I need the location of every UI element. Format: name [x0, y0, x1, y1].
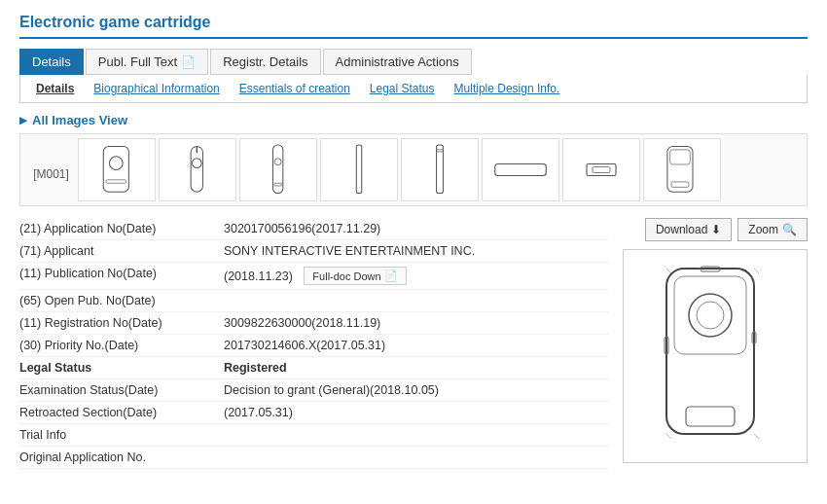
- subtab-details[interactable]: Details: [26, 79, 84, 98]
- subtab-multiple-design[interactable]: Multiple Design Info.: [445, 79, 570, 98]
- svg-line-29: [754, 434, 759, 439]
- value-reg-no: 3009822630000(2018.11.19): [224, 316, 609, 330]
- thumb-3[interactable]: [239, 138, 317, 201]
- label-app-no: (21) Application No(Date): [19, 222, 224, 235]
- svg-rect-14: [593, 167, 610, 173]
- tab-admin-actions[interactable]: Administrative Actions: [323, 49, 472, 75]
- subtab-legal-status[interactable]: Legal Status: [360, 79, 445, 98]
- action-buttons: Download ⬇ Zoom 🔍: [623, 218, 808, 241]
- pdf-icon: 📄: [181, 55, 196, 69]
- tab-details-label: Details: [32, 54, 71, 69]
- label-applicant: (71) Applicant: [19, 244, 224, 258]
- svg-rect-11: [437, 150, 444, 152]
- svg-rect-17: [671, 182, 689, 188]
- main-tabs: Details Publ. Full Text 📄 Registr. Detai…: [19, 49, 808, 75]
- thumb-7[interactable]: [562, 138, 640, 201]
- svg-rect-9: [356, 145, 362, 194]
- full-doc-button[interactable]: Full-doc Down 📄: [304, 267, 406, 285]
- label-legal-status: Legal Status: [19, 361, 224, 375]
- svg-rect-13: [587, 164, 616, 176]
- svg-rect-12: [495, 164, 547, 176]
- value-applicant: SONY INTERACTIVE ENTERTAINMENT INC.: [224, 244, 609, 258]
- tab-publ-full-text[interactable]: Publ. Full Text 📄: [86, 49, 208, 75]
- subtab-biographical[interactable]: Biographical Information: [84, 79, 229, 98]
- thumb-5[interactable]: [401, 138, 479, 201]
- svg-point-21: [697, 302, 724, 329]
- svg-rect-10: [437, 145, 444, 194]
- svg-point-7: [274, 159, 281, 165]
- label-original-app: Original Application No.: [19, 450, 224, 464]
- tab-publ-label: Publ. Full Text: [98, 54, 177, 69]
- info-row-applicant: (71) Applicant SONY INTERACTIVE ENTERTAI…: [19, 240, 609, 263]
- tab-registr-label: Registr. Details: [223, 54, 307, 69]
- content-area: (21) Application No(Date) 3020170056196(…: [19, 218, 808, 469]
- label-pub-no: (11) Publication No(Date): [19, 267, 224, 280]
- page-container: Electronic game cartridge Details Publ. …: [0, 0, 827, 483]
- svg-rect-16: [670, 150, 691, 164]
- svg-rect-3: [191, 146, 202, 192]
- info-row-priority: (30) Priority No.(Date) 201730214606.X(2…: [19, 335, 609, 357]
- info-row-exam-status: Examination Status(Date) Decision to gra…: [19, 379, 609, 402]
- label-priority: (30) Priority No.(Date): [19, 339, 224, 352]
- info-row-original-app: Original Application No.: [19, 447, 609, 469]
- value-legal-status: Registered: [224, 361, 609, 375]
- label-exam-status: Examination Status(Date): [19, 383, 224, 397]
- sub-tabs-bar: Details Biographical Information Essenti…: [19, 75, 808, 103]
- large-image: [623, 249, 808, 463]
- zoom-button[interactable]: Zoom 🔍: [737, 218, 808, 241]
- download-button[interactable]: Download ⬇: [645, 218, 732, 241]
- info-row-open-pub: (65) Open Pub. No(Date): [19, 290, 609, 312]
- thumb-6[interactable]: [482, 138, 559, 201]
- page-title: Electronic game cartridge: [19, 14, 808, 39]
- info-row-trial-info: Trial Info: [19, 424, 609, 447]
- svg-point-4: [193, 159, 202, 168]
- m001-label: [M001]: [24, 160, 78, 181]
- tab-registr-details[interactable]: Registr. Details: [210, 49, 320, 75]
- images-toggle[interactable]: ▶ All Images View: [19, 113, 808, 127]
- info-row-retroacted: Retroacted Section(Date) (2017.05.31): [19, 402, 609, 424]
- svg-point-1: [109, 157, 123, 170]
- thumb-4[interactable]: [320, 138, 398, 201]
- info-table: (21) Application No(Date) 3020170056196(…: [19, 218, 609, 469]
- label-reg-no: (11) Registration No(Date): [19, 316, 224, 330]
- svg-line-26: [666, 269, 671, 273]
- svg-rect-2: [106, 180, 126, 183]
- images-section: ▶ All Images View [M001]: [19, 113, 808, 206]
- label-retroacted: Retroacted Section(Date): [19, 406, 224, 419]
- thumb-2[interactable]: [159, 138, 236, 201]
- images-toggle-label: All Images View: [32, 113, 127, 127]
- tab-details[interactable]: Details: [19, 49, 84, 75]
- svg-point-20: [689, 294, 732, 337]
- full-doc-label: Full-doc Down: [312, 270, 380, 282]
- zoom-icon: 🔍: [782, 223, 797, 236]
- info-row-app-no: (21) Application No(Date) 3020170056196(…: [19, 218, 609, 240]
- zoom-label: Zoom: [748, 223, 778, 236]
- subtab-essentials[interactable]: Essentials of creation: [230, 79, 360, 98]
- thumb-8[interactable]: [643, 138, 721, 201]
- svg-rect-0: [103, 146, 128, 192]
- download-label: Download: [656, 223, 707, 236]
- full-doc-pdf-icon: 📄: [384, 270, 398, 282]
- thumb-1[interactable]: [78, 138, 156, 201]
- info-row-legal-status: Legal Status Registered: [19, 357, 609, 379]
- value-exam-status: Decision to grant (General)(2018.10.05): [224, 383, 609, 397]
- right-panel: Download ⬇ Zoom 🔍: [623, 218, 808, 469]
- thumbnails-strip: [78, 138, 721, 201]
- svg-rect-22: [686, 407, 735, 426]
- value-priority: 201730214606.X(2017.05.31): [224, 339, 609, 352]
- info-row-pub-no: (11) Publication No(Date) (2018.11.23) F…: [19, 263, 609, 290]
- svg-rect-19: [674, 276, 746, 354]
- value-app-no: 3020170056196(2017.11.29): [224, 222, 609, 235]
- svg-rect-8: [274, 183, 282, 186]
- info-row-reg-no: (11) Registration No(Date) 3009822630000…: [19, 312, 609, 335]
- tab-admin-label: Administrative Actions: [336, 54, 459, 69]
- download-icon: ⬇: [711, 223, 721, 236]
- label-open-pub: (65) Open Pub. No(Date): [19, 294, 224, 307]
- value-pub-no: (2018.11.23) Full-doc Down 📄: [224, 267, 609, 285]
- svg-line-27: [754, 269, 759, 273]
- value-retroacted: (2017.05.31): [224, 406, 609, 419]
- svg-line-28: [666, 434, 671, 439]
- label-trial-info: Trial Info: [19, 428, 224, 442]
- triangle-icon: ▶: [19, 115, 27, 126]
